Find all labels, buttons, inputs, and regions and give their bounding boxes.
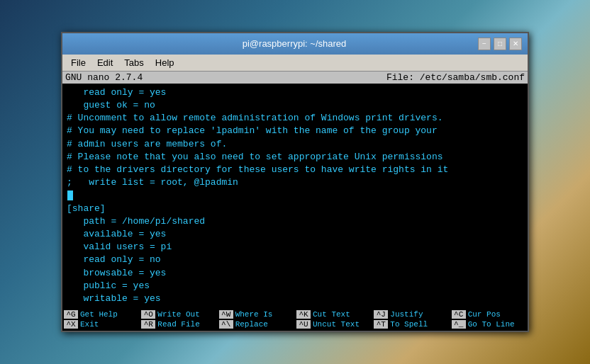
shortcut-cur-pos: ^C Cur Pos bbox=[450, 309, 528, 319]
line-4: # You may need to replace 'lpadmin' with… bbox=[67, 125, 523, 137]
window-controls: − □ ✕ bbox=[478, 38, 522, 50]
maximize-button[interactable]: □ bbox=[494, 38, 506, 50]
label-to-spell: To Spell bbox=[390, 320, 428, 329]
key-exit: ^X bbox=[64, 320, 78, 329]
key-cur-pos: ^C bbox=[452, 310, 466, 319]
shortcut-get-help: ^G Get Help bbox=[62, 309, 140, 319]
shortcut-go-to-line: ^_ Go To Line bbox=[450, 319, 528, 329]
label-go-to-line: Go To Line bbox=[468, 320, 515, 329]
menu-tabs[interactable]: Tabs bbox=[118, 56, 149, 69]
label-justify: Justify bbox=[390, 310, 423, 319]
shortcut-replace: ^\ Replace bbox=[218, 319, 295, 329]
nano-version: GNU nano 2.7.4 bbox=[65, 72, 143, 83]
nano-status-bar: GNU nano 2.7.4 File: /etc/samba/smb.conf bbox=[62, 72, 528, 84]
menu-file[interactable]: File bbox=[65, 56, 91, 69]
line-10: [share] bbox=[67, 203, 523, 215]
shortcut-uncut-text: ^U Uncut Text bbox=[295, 319, 372, 329]
label-write-out: Write Out bbox=[157, 310, 199, 319]
line-8: ; write list = root, @lpadmin bbox=[67, 176, 523, 189]
line-14: read only = no bbox=[67, 254, 523, 266]
label-uncut-text: Uncut Text bbox=[313, 320, 360, 329]
key-write-out: ^O bbox=[141, 310, 155, 319]
shortcut-bar: ^G Get Help ^O Write Out ^W Where Is ^K … bbox=[62, 308, 528, 331]
shortcut-where-is: ^W Where Is bbox=[218, 309, 295, 319]
key-get-help: ^G bbox=[64, 310, 78, 319]
line-11: path = /home/pi/shared bbox=[67, 215, 523, 228]
line-6: # Please note that you also need to set … bbox=[67, 151, 523, 164]
label-exit: Exit bbox=[80, 320, 99, 329]
line-13: valid users = pi bbox=[67, 241, 523, 254]
shortcut-read-file: ^R Read File bbox=[140, 319, 217, 329]
line-5: # admin users are members of. bbox=[67, 138, 523, 151]
shortcut-exit: ^X Exit bbox=[62, 319, 140, 329]
line-17: writable = yes bbox=[67, 292, 523, 305]
line-16: public = yes bbox=[67, 280, 523, 292]
key-where-is: ^W bbox=[219, 310, 233, 319]
shortcut-cut-text: ^K Cut Text bbox=[295, 309, 372, 319]
window-title: pi@raspberrypi: ~/shared bbox=[111, 38, 478, 49]
key-to-spell: ^T bbox=[374, 320, 388, 329]
terminal-window: pi@raspberrypi: ~/shared − □ ✕ File Edit… bbox=[61, 32, 529, 332]
shortcut-row-2: ^X Exit ^R Read File ^\ Replace ^U Uncut… bbox=[62, 319, 528, 329]
line-9 bbox=[67, 189, 523, 202]
shortcut-write-out: ^O Write Out bbox=[140, 309, 217, 319]
line-3: # Uncomment to allow remote administrati… bbox=[67, 112, 523, 125]
line-2: guest ok = no bbox=[67, 99, 523, 112]
shortcut-to-spell: ^T To Spell bbox=[372, 319, 450, 329]
key-justify: ^J bbox=[374, 310, 388, 319]
line-15: browsable = yes bbox=[67, 267, 523, 280]
menu-help[interactable]: Help bbox=[150, 56, 180, 69]
label-cut-text: Cut Text bbox=[313, 310, 350, 319]
key-replace: ^\ bbox=[219, 320, 233, 329]
label-get-help: Get Help bbox=[80, 310, 118, 319]
line-1: read only = yes bbox=[67, 86, 523, 99]
editor-area[interactable]: GNU nano 2.7.4 File: /etc/samba/smb.conf… bbox=[62, 72, 528, 331]
minimize-button[interactable]: − bbox=[478, 38, 491, 50]
line-7: # to the drivers directory for these use… bbox=[67, 164, 523, 176]
editor-content[interactable]: read only = yes guest ok = no # Uncommen… bbox=[62, 84, 528, 308]
label-where-is: Where Is bbox=[235, 310, 273, 319]
menu-bar: File Edit Tabs Help bbox=[62, 55, 528, 72]
shortcut-row-1: ^G Get Help ^O Write Out ^W Where Is ^K … bbox=[62, 309, 528, 319]
file-path: File: /etc/samba/smb.conf bbox=[386, 72, 525, 83]
title-bar: pi@raspberrypi: ~/shared − □ ✕ bbox=[62, 33, 528, 55]
shortcut-justify: ^J Justify bbox=[372, 309, 450, 319]
line-12: available = yes bbox=[67, 228, 523, 241]
close-button[interactable]: ✕ bbox=[509, 38, 522, 50]
key-go-to-line: ^_ bbox=[452, 320, 466, 329]
label-read-file: Read File bbox=[157, 320, 199, 329]
key-read-file: ^R bbox=[141, 320, 155, 329]
label-replace: Replace bbox=[235, 320, 268, 329]
menu-edit[interactable]: Edit bbox=[91, 56, 118, 69]
label-cur-pos: Cur Pos bbox=[468, 310, 501, 319]
key-cut-text: ^K bbox=[296, 310, 311, 319]
key-uncut-text: ^U bbox=[296, 320, 311, 329]
